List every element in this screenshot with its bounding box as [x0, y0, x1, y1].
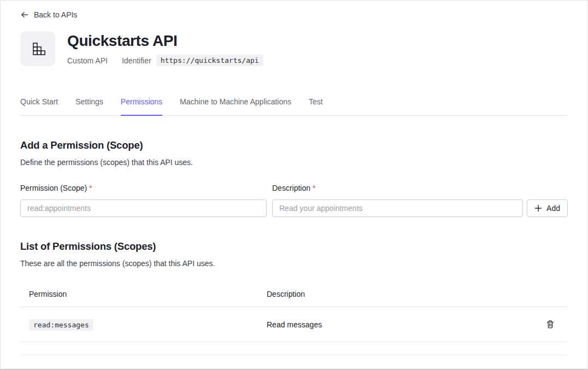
add-permission-form: Permission (Scope)* Description* [20, 184, 568, 217]
api-detail-page: Back to APIs Quickstarts API [0, 0, 588, 370]
add-permission-heading: Add a Permission (Scope) [20, 139, 568, 151]
column-header-description: Description [267, 290, 533, 298]
description-field-label: Description* [272, 184, 568, 193]
table-row: read:messages Read messages [20, 307, 568, 342]
permissions-list-description: These are all the permissions (scopes) t… [20, 259, 568, 268]
plus-icon [534, 204, 542, 212]
tab-machine-to-machine[interactable]: Machine to Machine Applications [180, 97, 291, 116]
permissions-list-section: List of Permissions (Scopes) These are a… [20, 240, 568, 355]
add-permission-section: Add a Permission (Scope) Define the perm… [20, 139, 568, 217]
permission-description-cell: Read messages [267, 320, 533, 329]
add-permission-description: Define the permissions (scopes) that thi… [20, 158, 568, 167]
table-row-empty [20, 342, 568, 355]
permissions-list-heading: List of Permissions (Scopes) [20, 240, 568, 252]
api-type-label: Custom API [67, 56, 108, 65]
api-header: Quickstarts API Custom API Identifier ht… [20, 31, 568, 66]
tab-settings[interactable]: Settings [75, 97, 103, 116]
identifier-label: Identifier [122, 56, 151, 65]
permission-field-label: Permission (Scope)* [20, 184, 267, 193]
permissions-table: Permission Description read:messages Rea… [20, 284, 568, 355]
tab-quick-start[interactable]: Quick Start [20, 97, 58, 116]
description-input[interactable] [272, 199, 523, 217]
api-avatar [20, 31, 55, 66]
delete-permission-button[interactable] [544, 318, 557, 331]
add-permission-button[interactable]: Add [527, 199, 568, 217]
permission-scope-chip: read:messages [29, 319, 93, 331]
back-to-apis-link[interactable]: Back to APIs [20, 10, 77, 19]
trash-icon [546, 320, 555, 329]
page-title: Quickstarts API [67, 32, 263, 50]
add-button-label: Add [546, 204, 560, 213]
arrow-left-icon [20, 10, 29, 19]
tab-test[interactable]: Test [309, 97, 323, 116]
api-tabs: Quick Start Settings Permissions Machine… [20, 97, 568, 116]
table-header-row: Permission Description [20, 284, 568, 307]
required-asterisk: * [89, 184, 92, 192]
required-asterisk: * [313, 184, 315, 192]
identifier-value-chip: https://quickstarts/api [156, 55, 263, 66]
permission-scope-input[interactable] [20, 199, 267, 217]
tab-permissions[interactable]: Permissions [121, 97, 162, 116]
api-meta: Custom API Identifier https://quickstart… [67, 55, 263, 66]
back-link-label: Back to APIs [34, 10, 77, 19]
api-blocks-icon [30, 40, 46, 57]
column-header-permission: Permission [20, 290, 267, 298]
